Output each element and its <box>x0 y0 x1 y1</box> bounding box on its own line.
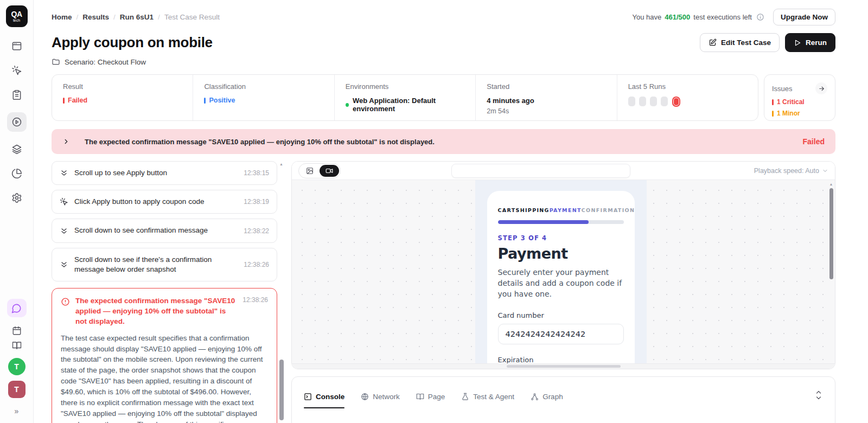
expiration-label: Expiration <box>498 356 624 364</box>
run-pill[interactable] <box>628 97 635 106</box>
browser-window-icon <box>11 41 22 52</box>
classification-value: Positive <box>209 97 235 104</box>
sidebar-item-test-cases[interactable] <box>7 88 27 102</box>
chevron-up-icon <box>815 390 822 394</box>
console-icon <box>304 393 312 401</box>
step-timestamp: 12:38:26 <box>244 261 269 268</box>
sidebar-item-layers[interactable] <box>7 142 27 156</box>
run-pill[interactable] <box>650 97 657 106</box>
sidebar-item-runs[interactable] <box>7 112 27 132</box>
scrollbar-thumb[interactable] <box>279 360 284 420</box>
scrollbar-up-arrow[interactable]: ▲ <box>279 162 283 166</box>
tab-network[interactable]: Network <box>361 393 400 401</box>
tab-graph[interactable]: Graph <box>531 393 563 401</box>
scrollbar-thumb[interactable] <box>829 188 833 279</box>
edit-pencil-icon <box>709 39 717 47</box>
environments-section: Environments Web Application: Default en… <box>334 75 475 120</box>
issues-card: Issues 1 Critical 1 Minor <box>764 74 835 121</box>
edit-test-case-button[interactable]: Edit Test Case <box>700 33 780 52</box>
preview-vertical-scrollbar[interactable]: ▲ ▼ <box>828 182 834 361</box>
error-body: The test case expected result specifies … <box>61 333 268 423</box>
video-camera-icon <box>326 167 333 175</box>
quota-status: You have 461/500 test executions left Up… <box>633 9 835 25</box>
run-pill[interactable] <box>661 97 668 106</box>
preview-horizontal-scrollbar[interactable] <box>292 363 835 369</box>
run-pill-current[interactable] <box>673 98 679 106</box>
step-timestamp: 12:38:19 <box>244 198 269 206</box>
book-icon <box>12 341 22 350</box>
payment-description: Securely enter your payment details and … <box>498 267 624 300</box>
step-card[interactable]: Scroll down to see if there's a confirma… <box>52 248 277 281</box>
user-avatar[interactable]: T <box>8 381 25 398</box>
scroll-icon <box>60 260 68 269</box>
tab-console[interactable]: Console <box>304 393 344 401</box>
scrollbar-thumb[interactable] <box>507 365 621 368</box>
timeline-search-input[interactable] <box>451 164 630 178</box>
chevron-down-icon <box>815 396 822 400</box>
breadcrumb-run[interactable]: Run 6sU1 <box>120 13 154 21</box>
error-detail-card[interactable]: The expected confirmation message "SAVE1… <box>52 288 277 423</box>
error-timestamp: 12:38:26 <box>242 296 268 327</box>
step-card[interactable]: Click Apply button to apply coupon code … <box>52 190 277 214</box>
globe-icon <box>361 393 369 401</box>
upgrade-now-button[interactable]: Upgrade Now <box>773 9 835 25</box>
playback-speed-dropdown[interactable]: Playback speed: Auto <box>754 167 828 175</box>
layers-icon <box>11 144 22 155</box>
started-section: Started 4 minutes ago 2m 54s <box>475 75 616 120</box>
team-avatar[interactable]: T <box>8 358 25 375</box>
chevron-right-icon[interactable] <box>62 138 70 145</box>
calendar-button[interactable] <box>12 326 22 336</box>
result-section: Result Failed <box>52 75 193 120</box>
duration-value: 2m 54s <box>487 107 605 115</box>
failure-banner[interactable]: The expected confirmation message "SAVE1… <box>52 129 835 154</box>
sidebar-item-actions[interactable] <box>7 63 27 78</box>
steps-scrollbar[interactable]: ▲ ▼ <box>277 161 285 423</box>
issue-critical[interactable]: 1 Critical <box>772 98 827 106</box>
tab-test-agent[interactable]: Test & Agent <box>461 393 514 401</box>
replay-preview-panel: Playback speed: Auto CART SHIPPING PAYME… <box>291 161 835 369</box>
run-pill[interactable] <box>639 97 646 106</box>
image-icon <box>306 167 314 175</box>
gear-icon <box>11 193 22 203</box>
clipboard-icon <box>11 89 22 100</box>
scenario-row: Scenario: Checkout Flow <box>52 57 835 66</box>
breadcrumb-home[interactable]: Home <box>52 13 72 21</box>
graph-icon <box>531 393 539 401</box>
step-card[interactable]: Scroll up to see Apply button 12:38:15 <box>52 161 277 185</box>
tab-page[interactable]: Page <box>416 393 445 401</box>
docs-button[interactable] <box>12 341 22 350</box>
chat-button[interactable] <box>7 299 27 317</box>
sidebar-item-reports[interactable] <box>7 166 27 181</box>
card-number-label: Card number <box>498 311 624 319</box>
sidebar-item-settings[interactable] <box>7 191 27 205</box>
sidebar-item-browser[interactable] <box>7 39 27 53</box>
step-timestamp: 12:38:15 <box>244 169 269 177</box>
breadcrumb-results[interactable]: Results <box>82 13 109 21</box>
error-title: The expected confirmation message "SAVE1… <box>75 296 237 327</box>
video-mode-button[interactable] <box>320 165 339 177</box>
step-card[interactable]: Scroll down to see confirmation message … <box>52 219 277 242</box>
inspector-panel: Console Network Page <box>291 376 835 423</box>
last-runs-section: Last 5 Runs <box>617 75 758 120</box>
calendar-icon <box>12 326 22 336</box>
pie-chart-icon <box>11 168 22 179</box>
progress-bar <box>498 220 624 224</box>
issues-arrow-button[interactable] <box>815 82 827 94</box>
play-circle-icon <box>11 117 22 127</box>
chevron-down-icon <box>822 168 828 174</box>
summary-card: Result Failed Classification Positive En… <box>52 74 758 121</box>
logo-text: QA <box>11 10 22 18</box>
flask-icon <box>461 393 469 401</box>
issue-minor[interactable]: 1 Minor <box>772 110 827 117</box>
info-icon[interactable] <box>756 13 764 21</box>
qa-tech-logo[interactable]: QA tech <box>6 5 28 27</box>
folder-icon <box>52 57 60 66</box>
mobile-viewport: CART SHIPPING PAYMENT CONFIRMATION STEP … <box>475 180 647 363</box>
panel-resize-control[interactable] <box>815 390 822 400</box>
screenshot-mode-button[interactable] <box>300 165 320 177</box>
failure-message: The expected confirmation message "SAVE1… <box>85 138 435 146</box>
scrollbar-up-arrow[interactable]: ▲ <box>828 182 834 186</box>
expand-sidebar-button[interactable]: » <box>15 407 19 415</box>
environment-dot <box>346 103 349 107</box>
rerun-button[interactable]: Rerun <box>785 33 835 52</box>
